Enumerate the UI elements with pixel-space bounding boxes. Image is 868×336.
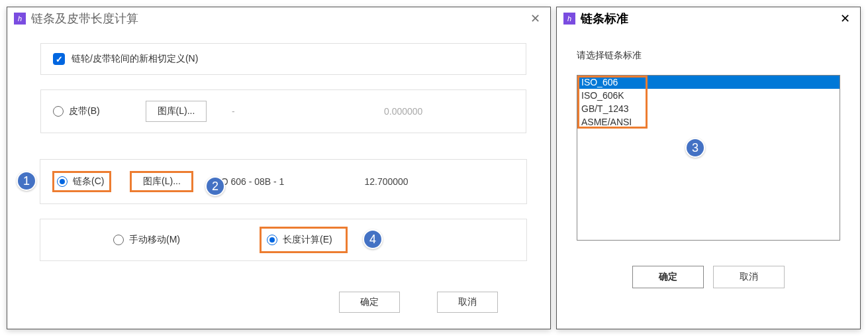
group-tangent-def: ✓ 链轮/皮带轮间的新相切定义(N) xyxy=(40,43,526,75)
checkbox-tangent-label: 链轮/皮带轮间的新相切定义(N) xyxy=(72,53,198,65)
radio-chain-label: 链条(C) xyxy=(73,176,104,188)
chain-radio-highlight: 链条(C) xyxy=(52,171,111,192)
radio-chain[interactable] xyxy=(57,176,68,187)
callout-3: 3 xyxy=(685,138,705,158)
dialog-chain-standard: h 链条标准 ✕ 请选择链条标准 ISO_606 ISO_606K GB/T_1… xyxy=(556,7,861,329)
checkbox-tangent-def[interactable]: ✓ xyxy=(53,53,65,65)
radio-length-calc-label: 长度计算(E) xyxy=(283,234,332,246)
radio-belt-label: 皮带(B) xyxy=(69,105,100,117)
chain-desc-text: ISO 606 - 08B - 1 xyxy=(212,176,364,187)
list-item[interactable]: ISO_606 xyxy=(577,76,840,89)
callout-1: 1 xyxy=(17,171,36,191)
footer-right: 确定 取消 xyxy=(577,266,840,288)
close-icon-right[interactable]: ✕ xyxy=(836,10,853,27)
radio-length-calc[interactable] xyxy=(267,235,277,245)
callout-4: 4 xyxy=(363,229,383,249)
belt-value: 0.000000 xyxy=(384,106,503,117)
body-right: 请选择链条标准 ISO_606 ISO_606K GB/T_1243 ASME/… xyxy=(557,30,860,295)
ok-button-left[interactable]: 确定 xyxy=(339,292,400,313)
row-calc-mode: 手动移动(M) 长度计算(E) xyxy=(40,219,527,261)
row-belt: 皮带(B) 图库(L)... - 0.000000 xyxy=(40,89,526,133)
title-left: 链条及皮带长度计算 xyxy=(31,11,526,27)
belt-library-button[interactable]: 图库(L)... xyxy=(146,101,207,122)
chain-value: 12.700000 xyxy=(364,176,483,187)
ok-button-right[interactable]: 确定 xyxy=(632,266,704,288)
list-item[interactable]: ISO_606K xyxy=(577,89,840,102)
row-chain-real: 链条(C) 图库(L)... ISO 606 - 08B - 1 12.7000… xyxy=(40,159,527,204)
body-left: ✓ 链轮/皮带轮间的新相切定义(N) 皮带(B) 图库(L)... - 0.00… xyxy=(7,30,550,161)
close-icon[interactable]: ✕ xyxy=(526,10,544,27)
app-icon: h xyxy=(14,13,26,25)
list-item[interactable]: ASME/ANSI xyxy=(577,115,840,129)
footer-left: 确定 取消 xyxy=(40,292,527,313)
list-item[interactable]: GB/T_1243 xyxy=(577,102,840,115)
radio-manual-label: 手动移动(M) xyxy=(129,234,180,246)
app-icon-right: h xyxy=(563,13,575,25)
title-right: 链条标准 xyxy=(581,11,836,27)
prompt-select-standard: 请选择链条标准 xyxy=(577,50,840,62)
chain-library-button[interactable]: 图库(L)... xyxy=(130,171,193,192)
titlebar-right: h 链条标准 ✕ xyxy=(557,7,860,30)
cancel-button-right[interactable]: 取消 xyxy=(713,266,785,288)
callout-2: 2 xyxy=(205,176,225,196)
cancel-button-left[interactable]: 取消 xyxy=(437,292,498,313)
radio-calc-highlight: 长度计算(E) xyxy=(260,227,348,253)
listbox-standards[interactable]: ISO_606 ISO_606K GB/T_1243 ASME/ANSI xyxy=(577,75,840,241)
radio-manual-move[interactable] xyxy=(113,235,124,245)
belt-desc-text: - xyxy=(232,106,384,117)
radio-belt[interactable] xyxy=(53,106,64,117)
radio-manual-wrap: 手动移动(M) xyxy=(113,234,180,246)
titlebar-left: h 链条及皮带长度计算 ✕ xyxy=(7,7,550,30)
